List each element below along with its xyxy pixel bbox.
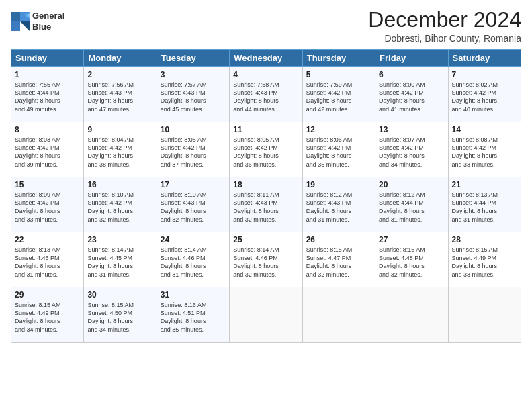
day-info: Sunrise: 8:08 AM Sunset: 4:42 PM Dayligh… — [452, 136, 517, 169]
calendar-cell: 15Sunrise: 8:09 AM Sunset: 4:42 PM Dayli… — [11, 177, 84, 232]
day-number: 17 — [161, 180, 226, 189]
day-number: 5 — [306, 70, 371, 79]
day-info: Sunrise: 7:57 AM Sunset: 4:43 PM Dayligh… — [161, 81, 226, 113]
week-row-5: 29Sunrise: 8:15 AM Sunset: 4:49 PM Dayli… — [11, 287, 521, 342]
logo-text: General Blue — [32, 11, 64, 32]
calendar-cell: 17Sunrise: 8:10 AM Sunset: 4:43 PM Dayli… — [157, 177, 229, 232]
day-info: Sunrise: 8:11 AM Sunset: 4:43 PM Dayligh… — [233, 191, 298, 224]
day-header-tuesday: Tuesday — [157, 50, 229, 67]
day-number: 18 — [233, 180, 298, 189]
day-number: 23 — [87, 235, 152, 244]
calendar-cell — [448, 287, 521, 342]
calendar-cell: 20Sunrise: 8:12 AM Sunset: 4:44 PM Dayli… — [375, 177, 448, 232]
day-number: 31 — [161, 290, 226, 300]
day-number: 9 — [87, 125, 152, 134]
calendar-cell: 28Sunrise: 8:15 AM Sunset: 4:49 PM Dayli… — [448, 232, 521, 287]
calendar-cell: 29Sunrise: 8:15 AM Sunset: 4:49 PM Dayli… — [11, 287, 84, 342]
day-number: 22 — [15, 235, 80, 244]
day-number: 11 — [233, 125, 298, 134]
day-number: 28 — [452, 235, 517, 244]
calendar-cell: 9Sunrise: 8:04 AM Sunset: 4:42 PM Daylig… — [84, 122, 157, 177]
day-info: Sunrise: 8:06 AM Sunset: 4:42 PM Dayligh… — [306, 136, 371, 169]
calendar-cell: 21Sunrise: 8:13 AM Sunset: 4:44 PM Dayli… — [448, 177, 521, 232]
day-info: Sunrise: 7:55 AM Sunset: 4:44 PM Dayligh… — [15, 81, 80, 113]
day-number: 6 — [379, 70, 444, 79]
calendar-cell: 22Sunrise: 8:13 AM Sunset: 4:45 PM Dayli… — [11, 232, 84, 287]
day-number: 4 — [233, 70, 298, 79]
calendar-cell: 14Sunrise: 8:08 AM Sunset: 4:42 PM Dayli… — [448, 122, 521, 177]
calendar-cell: 5Sunrise: 7:59 AM Sunset: 4:42 PM Daylig… — [302, 67, 375, 122]
svg-rect-0 — [11, 12, 20, 21]
page: General Blue December 2024 Dobresti, Bih… — [0, 0, 532, 411]
calendar-cell: 24Sunrise: 8:14 AM Sunset: 4:46 PM Dayli… — [157, 232, 229, 287]
day-number: 14 — [452, 125, 517, 134]
day-number: 16 — [87, 180, 152, 189]
calendar-cell — [230, 287, 302, 342]
day-header-thursday: Thursday — [302, 50, 375, 67]
day-info: Sunrise: 8:10 AM Sunset: 4:43 PM Dayligh… — [161, 191, 226, 224]
day-info: Sunrise: 8:07 AM Sunset: 4:42 PM Dayligh… — [379, 136, 444, 169]
title-block: December 2024 Dobresti, Bihor County, Ro… — [368, 8, 521, 44]
calendar-cell: 23Sunrise: 8:14 AM Sunset: 4:45 PM Dayli… — [84, 232, 157, 287]
svg-marker-3 — [20, 21, 30, 31]
calendar-cell: 6Sunrise: 8:00 AM Sunset: 4:42 PM Daylig… — [375, 67, 448, 122]
day-info: Sunrise: 8:14 AM Sunset: 4:46 PM Dayligh… — [161, 246, 226, 279]
calendar-cell: 16Sunrise: 8:10 AM Sunset: 4:42 PM Dayli… — [84, 177, 157, 232]
calendar-cell: 27Sunrise: 8:15 AM Sunset: 4:48 PM Dayli… — [375, 232, 448, 287]
main-title: December 2024 — [368, 8, 521, 32]
calendar-cell: 19Sunrise: 8:12 AM Sunset: 4:43 PM Dayli… — [302, 177, 375, 232]
day-number: 8 — [15, 125, 80, 134]
day-header-monday: Monday — [84, 50, 157, 67]
day-info: Sunrise: 8:09 AM Sunset: 4:42 PM Dayligh… — [15, 191, 80, 224]
calendar-table: SundayMondayTuesdayWednesdayThursdayFrid… — [11, 49, 521, 342]
day-number: 24 — [161, 235, 226, 244]
day-info: Sunrise: 8:15 AM Sunset: 4:50 PM Dayligh… — [87, 301, 152, 334]
day-info: Sunrise: 8:03 AM Sunset: 4:42 PM Dayligh… — [15, 136, 80, 169]
calendar-cell: 31Sunrise: 8:16 AM Sunset: 4:51 PM Dayli… — [157, 287, 229, 342]
day-info: Sunrise: 7:59 AM Sunset: 4:42 PM Dayligh… — [306, 81, 371, 113]
day-info: Sunrise: 8:15 AM Sunset: 4:47 PM Dayligh… — [306, 246, 371, 279]
calendar-cell: 11Sunrise: 8:05 AM Sunset: 4:42 PM Dayli… — [230, 122, 302, 177]
day-number: 7 — [452, 70, 517, 79]
day-number: 20 — [379, 180, 444, 189]
day-number: 25 — [233, 235, 298, 244]
day-info: Sunrise: 8:15 AM Sunset: 4:49 PM Dayligh… — [452, 246, 517, 279]
day-number: 2 — [87, 70, 152, 79]
day-number: 26 — [306, 235, 371, 244]
calendar-cell: 1Sunrise: 7:55 AM Sunset: 4:44 PM Daylig… — [11, 67, 84, 122]
day-header-friday: Friday — [375, 50, 448, 67]
week-row-2: 8Sunrise: 8:03 AM Sunset: 4:42 PM Daylig… — [11, 122, 521, 177]
subtitle: Dobresti, Bihor County, Romania — [368, 33, 521, 44]
day-number: 21 — [452, 180, 517, 189]
calendar-cell: 12Sunrise: 8:06 AM Sunset: 4:42 PM Dayli… — [302, 122, 375, 177]
day-number: 12 — [306, 125, 371, 134]
day-info: Sunrise: 8:05 AM Sunset: 4:42 PM Dayligh… — [233, 136, 298, 169]
day-info: Sunrise: 7:58 AM Sunset: 4:43 PM Dayligh… — [233, 81, 298, 113]
day-header-wednesday: Wednesday — [230, 50, 302, 67]
day-info: Sunrise: 8:12 AM Sunset: 4:44 PM Dayligh… — [379, 191, 444, 224]
calendar-cell: 3Sunrise: 7:57 AM Sunset: 4:43 PM Daylig… — [157, 67, 229, 122]
day-info: Sunrise: 8:15 AM Sunset: 4:49 PM Dayligh… — [15, 301, 80, 334]
day-info: Sunrise: 8:15 AM Sunset: 4:48 PM Dayligh… — [379, 246, 444, 279]
calendar-cell: 8Sunrise: 8:03 AM Sunset: 4:42 PM Daylig… — [11, 122, 84, 177]
calendar-cell: 2Sunrise: 7:56 AM Sunset: 4:43 PM Daylig… — [84, 67, 157, 122]
day-info: Sunrise: 8:04 AM Sunset: 4:42 PM Dayligh… — [87, 136, 152, 169]
day-number: 10 — [161, 125, 226, 134]
day-info: Sunrise: 8:12 AM Sunset: 4:43 PM Dayligh… — [306, 191, 371, 224]
day-number: 19 — [306, 180, 371, 189]
day-number: 15 — [15, 180, 80, 189]
calendar-cell: 7Sunrise: 8:02 AM Sunset: 4:42 PM Daylig… — [448, 67, 521, 122]
calendar-cell — [375, 287, 448, 342]
week-row-4: 22Sunrise: 8:13 AM Sunset: 4:45 PM Dayli… — [11, 232, 521, 287]
calendar-cell: 10Sunrise: 8:05 AM Sunset: 4:42 PM Dayli… — [157, 122, 229, 177]
calendar-body: 1Sunrise: 7:55 AM Sunset: 4:44 PM Daylig… — [11, 67, 521, 342]
day-info: Sunrise: 8:00 AM Sunset: 4:42 PM Dayligh… — [379, 81, 444, 113]
calendar-cell — [302, 287, 375, 342]
calendar-cell: 30Sunrise: 8:15 AM Sunset: 4:50 PM Dayli… — [84, 287, 157, 342]
day-number: 30 — [87, 290, 152, 300]
day-header-saturday: Saturday — [448, 50, 521, 67]
calendar-cell: 13Sunrise: 8:07 AM Sunset: 4:42 PM Dayli… — [375, 122, 448, 177]
week-row-3: 15Sunrise: 8:09 AM Sunset: 4:42 PM Dayli… — [11, 177, 521, 232]
day-info: Sunrise: 8:13 AM Sunset: 4:45 PM Dayligh… — [15, 246, 80, 279]
day-info: Sunrise: 8:02 AM Sunset: 4:42 PM Dayligh… — [452, 81, 517, 113]
